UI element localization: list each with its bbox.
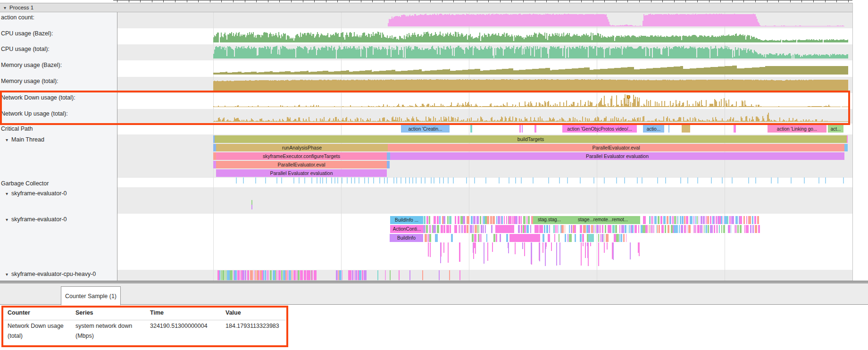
thread-slice[interactable] <box>451 234 453 242</box>
counter-chart-cpu-usage-total[interactable] <box>117 44 852 60</box>
main-thread-slice[interactable]: Parallel Evaluator evaluation <box>216 169 387 177</box>
thread-slice[interactable] <box>731 225 731 233</box>
thread-slice[interactable] <box>486 234 487 242</box>
thread-slice[interactable] <box>473 225 474 233</box>
thread-slice[interactable] <box>473 216 476 224</box>
thread-slice[interactable] <box>606 234 609 242</box>
thread-slice[interactable] <box>443 225 445 233</box>
main-thread-sliver[interactable] <box>847 135 848 143</box>
thread-slice[interactable] <box>441 242 442 257</box>
thread-slice[interactable] <box>551 242 552 251</box>
thread-slice[interactable] <box>504 216 505 224</box>
thread-slice[interactable] <box>311 270 313 280</box>
thread-slice[interactable] <box>746 216 747 224</box>
gc-tick[interactable] <box>637 177 638 183</box>
gc-tick[interactable] <box>342 177 342 183</box>
thread-slice[interactable] <box>626 234 626 242</box>
thread-slice[interactable] <box>473 242 474 259</box>
sidebar-item-memory-usage-bazel[interactable]: Memory usage (Bazel): <box>1 62 62 68</box>
thread-slice[interactable] <box>660 216 662 224</box>
thread-slice[interactable] <box>706 216 707 224</box>
thread-slice[interactable] <box>686 216 688 224</box>
thread-slice[interactable] <box>743 216 745 224</box>
gc-tick[interactable] <box>243 177 244 183</box>
thread-slice[interactable] <box>265 270 266 280</box>
thread-slice[interactable] <box>443 242 444 253</box>
thread-slice[interactable] <box>713 216 715 224</box>
gc-tick[interactable] <box>431 177 432 183</box>
thread-slice[interactable] <box>496 216 497 224</box>
sidebar-item-cpu-usage-total[interactable]: CPU usage (total): <box>1 46 50 52</box>
thread-slice[interactable] <box>559 234 559 242</box>
thread-slice[interactable] <box>449 270 450 280</box>
gc-tick[interactable] <box>236 177 237 183</box>
thread-slice[interactable] <box>443 216 445 224</box>
thread-slice[interactable] <box>708 225 709 233</box>
gc-tick[interactable] <box>368 177 369 183</box>
thread-slice[interactable] <box>409 270 410 280</box>
thread-slice[interactable] <box>429 234 431 242</box>
thread-slice[interactable] <box>755 225 757 233</box>
thread-slice[interactable] <box>605 225 606 233</box>
thread-slice[interactable] <box>422 270 423 280</box>
thread-slice[interactable] <box>688 225 691 233</box>
thread-slice[interactable] <box>518 225 520 233</box>
thread-slice[interactable] <box>569 225 570 233</box>
thread-slice[interactable] <box>555 225 556 233</box>
thread-slice[interactable] <box>731 216 734 224</box>
gc-tick[interactable] <box>624 177 625 183</box>
thread-slice[interactable] <box>585 225 586 233</box>
counter-chart-network-up-usage-total[interactable] <box>117 109 852 124</box>
thread-slice[interactable] <box>429 225 431 233</box>
gc-tick[interactable] <box>548 177 549 183</box>
thread-slice[interactable] <box>399 270 400 280</box>
thread-slice[interactable] <box>676 216 677 224</box>
thread-slice[interactable] <box>225 270 226 280</box>
track-band[interactable] <box>117 124 852 134</box>
thread-slice[interactable]: ActionConti... <box>390 225 424 233</box>
gc-tick[interactable] <box>509 177 509 183</box>
thread-slice[interactable] <box>454 225 457 233</box>
gc-tick[interactable] <box>485 177 486 183</box>
thread-slice-staging[interactable]: stag.stag...stage...remote...remot... <box>533 216 640 224</box>
thread-slice[interactable] <box>672 216 674 224</box>
thread-slice[interactable] <box>285 270 287 280</box>
thread-slice[interactable] <box>663 216 666 224</box>
thread-slice[interactable] <box>677 216 678 224</box>
thread-slice[interactable] <box>377 270 378 280</box>
thread-slice[interactable] <box>251 205 252 209</box>
thread-slice[interactable] <box>485 225 486 233</box>
thread-slice[interactable] <box>595 225 596 233</box>
thread-slice[interactable] <box>512 216 513 224</box>
thread-slice[interactable] <box>524 225 526 233</box>
gc-tick[interactable] <box>255 177 256 183</box>
gc-tick[interactable] <box>276 177 277 183</box>
thread-slice[interactable] <box>649 225 649 233</box>
critical-path-sliver[interactable] <box>734 125 736 133</box>
thread-slice[interactable] <box>492 216 495 224</box>
gc-tick[interactable] <box>359 177 359 183</box>
thread-slice[interactable] <box>540 225 543 233</box>
thread-slice[interactable] <box>710 225 713 233</box>
thread-slice[interactable] <box>298 270 300 280</box>
thread-slice[interactable] <box>487 242 488 261</box>
thread-slice[interactable] <box>234 270 237 280</box>
thread-slice[interactable] <box>591 234 594 242</box>
thread-slice[interactable] <box>607 242 608 250</box>
thread-slice[interactable] <box>242 270 244 280</box>
counter-chart-memory-usage-bazel[interactable] <box>117 60 852 77</box>
thread-slice[interactable] <box>509 234 540 242</box>
gc-tick[interactable] <box>732 177 733 183</box>
thread-slice[interactable] <box>548 234 550 242</box>
thread-slice[interactable] <box>270 270 272 280</box>
thread-slice[interactable] <box>438 216 439 224</box>
thread-slice[interactable] <box>475 242 476 254</box>
gc-tick[interactable] <box>331 177 332 183</box>
thread-slice[interactable] <box>526 225 529 233</box>
thread-slice[interactable] <box>500 234 501 242</box>
counter-chart-action-count[interactable] <box>117 12 852 28</box>
thread-slice[interactable] <box>544 225 545 233</box>
thread-slice[interactable] <box>521 216 522 224</box>
thread-slice[interactable] <box>508 242 509 248</box>
sidebar-item-skyframe-evaluator-0[interactable]: ▾skyframe-evaluator-0 <box>6 190 67 197</box>
